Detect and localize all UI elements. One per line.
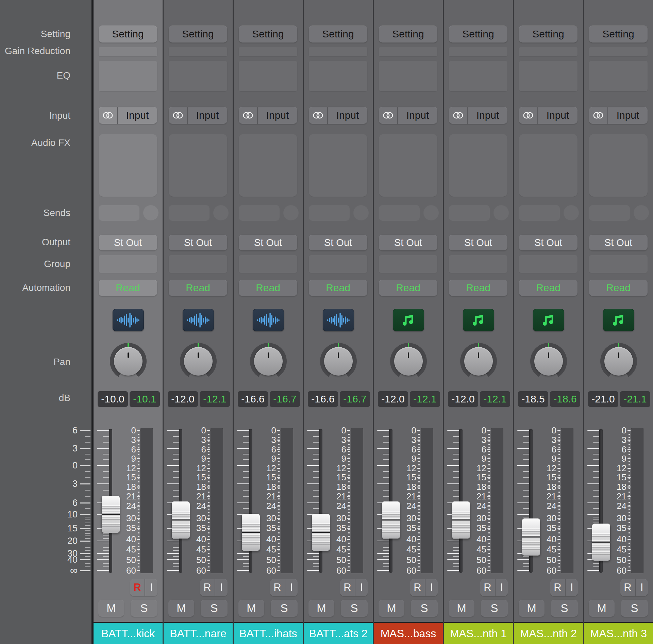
- input-button[interactable]: Input: [449, 107, 507, 124]
- fader-cap[interactable]: [592, 524, 610, 561]
- group-slot[interactable]: [309, 255, 367, 273]
- automation-mode-button[interactable]: Read: [519, 280, 577, 296]
- mute-button[interactable]: M: [238, 600, 264, 617]
- audio-fx-slot[interactable]: [449, 134, 507, 197]
- peak-level-value[interactable]: -21.1: [620, 391, 650, 407]
- input-format-button[interactable]: [169, 107, 188, 124]
- automation-mode-button[interactable]: Read: [309, 280, 367, 296]
- track-name[interactable]: MAS...nth 3: [584, 622, 653, 644]
- input-format-button[interactable]: [449, 107, 468, 124]
- audio-fx-slot[interactable]: [379, 134, 437, 197]
- solo-button[interactable]: S: [201, 600, 228, 617]
- fader-cap[interactable]: [522, 518, 540, 556]
- send-slot[interactable]: [99, 205, 139, 221]
- pan-knob-cap[interactable]: [604, 347, 633, 376]
- peak-level-value[interactable]: -12.1: [410, 391, 440, 407]
- input-monitor-button[interactable]: I: [215, 579, 228, 596]
- solo-button[interactable]: S: [131, 600, 157, 617]
- eq-display[interactable]: [99, 61, 157, 91]
- fader-db-value[interactable]: -12.0: [448, 391, 478, 407]
- mute-button[interactable]: M: [589, 600, 615, 617]
- eq-display[interactable]: [519, 61, 577, 91]
- track-icon[interactable]: [253, 309, 284, 331]
- output-button[interactable]: St Out: [449, 235, 507, 250]
- send-slot[interactable]: [589, 205, 630, 221]
- pan-knob[interactable]: [320, 343, 357, 380]
- output-button[interactable]: St Out: [379, 235, 437, 250]
- pan-knob[interactable]: [460, 343, 497, 380]
- track-icon[interactable]: [323, 309, 354, 331]
- input-button[interactable]: Input: [379, 107, 437, 124]
- group-slot[interactable]: [379, 255, 437, 273]
- send-level-knob[interactable]: [493, 205, 509, 220]
- channel-setting-button[interactable]: Setting: [589, 26, 648, 43]
- input-format-button[interactable]: [589, 107, 608, 124]
- record-enable-button[interactable]: R: [340, 579, 355, 596]
- group-slot[interactable]: [169, 255, 227, 273]
- track-icon[interactable]: [113, 309, 144, 331]
- track-name[interactable]: BATT...kick: [94, 622, 163, 644]
- mute-button[interactable]: M: [379, 600, 404, 617]
- solo-button[interactable]: S: [271, 600, 298, 617]
- record-enable-button[interactable]: R: [480, 579, 496, 596]
- automation-mode-button[interactable]: Read: [379, 280, 437, 296]
- record-enable-button[interactable]: R: [620, 579, 636, 596]
- output-button[interactable]: St Out: [519, 235, 577, 250]
- send-slot[interactable]: [169, 205, 210, 221]
- output-button[interactable]: St Out: [309, 235, 367, 250]
- send-slot[interactable]: [309, 205, 350, 221]
- pan-knob-cap[interactable]: [394, 347, 423, 376]
- group-slot[interactable]: [589, 255, 648, 273]
- pan-knob[interactable]: [390, 343, 427, 380]
- input-button[interactable]: Input: [239, 107, 297, 124]
- track-icon[interactable]: [533, 309, 564, 331]
- send-level-knob[interactable]: [564, 205, 579, 220]
- solo-button[interactable]: S: [621, 600, 648, 617]
- solo-button[interactable]: S: [481, 600, 508, 617]
- automation-mode-button[interactable]: Read: [239, 280, 297, 296]
- fader-cap[interactable]: [242, 514, 260, 551]
- record-enable-button[interactable]: R: [130, 579, 145, 596]
- fader-db-value[interactable]: -12.0: [378, 391, 408, 407]
- peak-level-value[interactable]: -12.1: [200, 391, 230, 407]
- eq-display[interactable]: [309, 61, 367, 91]
- track-name[interactable]: BATT...ihats: [234, 622, 303, 644]
- channel-setting-button[interactable]: Setting: [379, 26, 437, 43]
- channel-setting-button[interactable]: Setting: [449, 26, 507, 43]
- send-slot[interactable]: [449, 205, 490, 221]
- input-format-button[interactable]: [519, 107, 538, 124]
- fader-db-value[interactable]: -12.0: [168, 391, 198, 407]
- input-button[interactable]: Input: [309, 107, 367, 124]
- input-button[interactable]: Input: [589, 107, 648, 124]
- input-button[interactable]: Input: [99, 107, 157, 124]
- automation-mode-button[interactable]: Read: [169, 280, 227, 296]
- send-level-knob[interactable]: [283, 205, 299, 220]
- group-slot[interactable]: [519, 255, 577, 273]
- channel-setting-button[interactable]: Setting: [239, 26, 297, 43]
- send-slot[interactable]: [239, 205, 280, 221]
- audio-fx-slot[interactable]: [99, 134, 157, 197]
- track-name[interactable]: BATT...nare: [164, 622, 233, 644]
- pan-knob[interactable]: [530, 343, 567, 380]
- output-button[interactable]: St Out: [239, 235, 297, 250]
- peak-level-value[interactable]: -10.1: [130, 391, 160, 407]
- output-button[interactable]: St Out: [169, 235, 227, 250]
- group-slot[interactable]: [99, 255, 157, 273]
- mute-button[interactable]: M: [308, 600, 334, 617]
- input-format-button[interactable]: [379, 107, 398, 124]
- fader-db-value[interactable]: -18.5: [518, 391, 548, 407]
- input-monitor-button[interactable]: I: [566, 579, 578, 596]
- pan-knob[interactable]: [180, 343, 217, 380]
- solo-button[interactable]: S: [551, 600, 578, 617]
- input-format-button[interactable]: [239, 107, 258, 124]
- record-enable-button[interactable]: R: [410, 579, 425, 596]
- eq-display[interactable]: [449, 61, 507, 91]
- send-slot[interactable]: [379, 205, 420, 221]
- mute-button[interactable]: M: [168, 600, 194, 617]
- audio-fx-slot[interactable]: [169, 134, 227, 197]
- fader-cap[interactable]: [102, 496, 120, 533]
- fader-cap[interactable]: [172, 501, 190, 539]
- send-level-knob[interactable]: [143, 205, 158, 220]
- track-name[interactable]: MAS...nth 2: [514, 622, 583, 644]
- eq-display[interactable]: [239, 61, 297, 91]
